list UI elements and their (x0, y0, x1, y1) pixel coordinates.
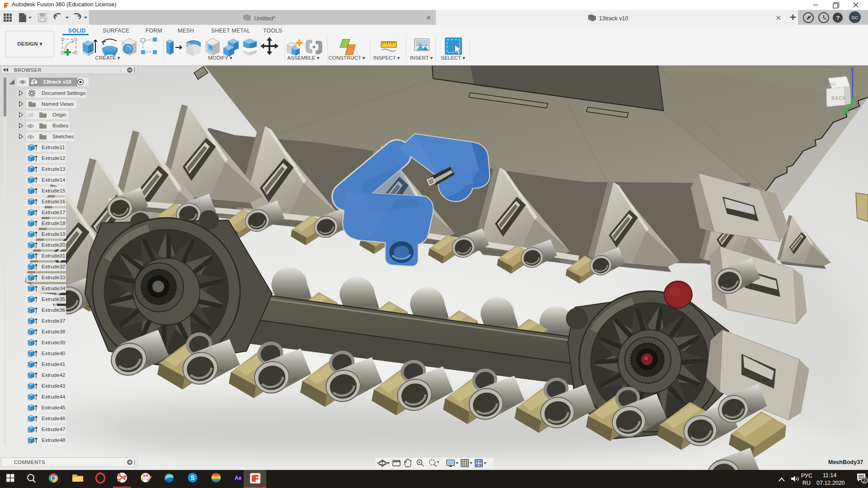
svg-text:RU: RU (802, 480, 811, 486)
svg-text:2: 2 (863, 478, 866, 483)
svg-text:11:14: 11:14 (823, 472, 836, 479)
svg-text:TOP: TOP (829, 82, 837, 86)
svg-text:07.12.2020: 07.12.2020 (816, 480, 845, 486)
svg-text:Z: Z (850, 66, 854, 72)
svg-text:?: ? (836, 14, 840, 21)
svg-text:BACK: BACK (831, 95, 846, 101)
svg-text:Ae: Ae (235, 475, 242, 481)
svg-text:РУС: РУС (801, 473, 812, 479)
svg-text:S: S (190, 474, 194, 481)
svg-text:13track v10: 13track v10 (599, 15, 628, 22)
svg-text:GC: GC (852, 15, 858, 20)
svg-text:Untitled*: Untitled* (254, 15, 275, 22)
